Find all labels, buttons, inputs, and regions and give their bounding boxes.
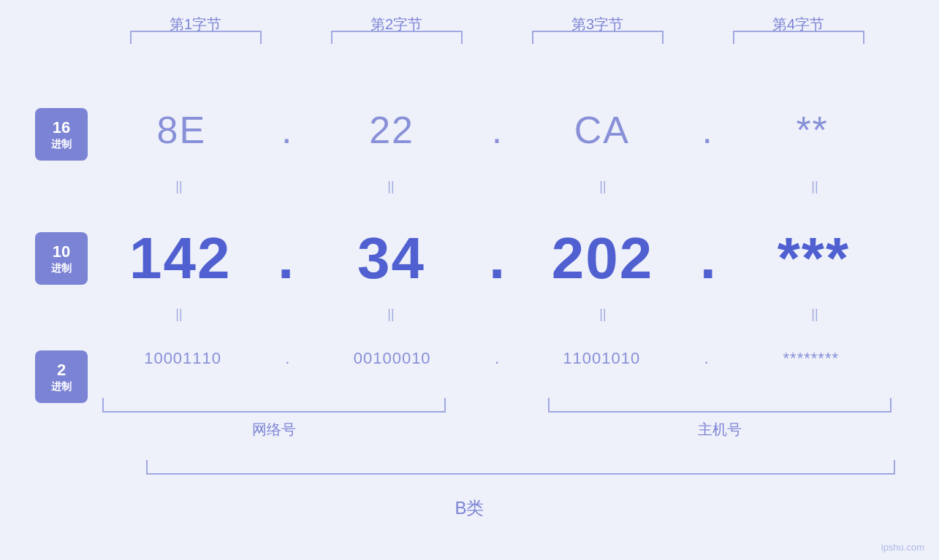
network-label: 网络号 bbox=[102, 420, 446, 440]
eq-row-hex: || || || || bbox=[95, 179, 899, 194]
eq2: || bbox=[318, 179, 464, 194]
bin-dot1: . bbox=[285, 349, 289, 368]
host-bracket bbox=[548, 398, 892, 413]
dec-byte2: 34 bbox=[319, 225, 465, 292]
dec-dot2: . bbox=[489, 225, 505, 292]
dec-dot1: . bbox=[278, 225, 294, 292]
col-header-1: 第1字节 bbox=[123, 15, 269, 34]
class-bracket bbox=[146, 460, 895, 475]
dec-dot3: . bbox=[700, 225, 716, 292]
hex-byte2: 22 bbox=[319, 108, 465, 152]
hex-dot2: . bbox=[492, 108, 502, 152]
dec-byte4: *** bbox=[740, 225, 886, 292]
dec-row: 142 . 34 . 202 . *** bbox=[95, 225, 899, 292]
col-header-2: 第2字节 bbox=[324, 15, 470, 34]
hex-byte3: CA bbox=[529, 108, 675, 152]
hex-badge-num: 16 bbox=[53, 118, 70, 137]
host-label: 主机号 bbox=[548, 420, 892, 440]
eq3: || bbox=[530, 179, 676, 194]
eq5: || bbox=[106, 307, 252, 322]
bin-dot2: . bbox=[495, 349, 499, 368]
bottom-brackets bbox=[95, 398, 899, 413]
bin-dot3: . bbox=[704, 349, 708, 368]
network-bracket bbox=[102, 398, 446, 413]
bin-byte4: ******** bbox=[738, 349, 884, 368]
watermark: ipshu.com bbox=[881, 542, 924, 553]
bin-badge-num: 2 bbox=[57, 361, 66, 380]
col-header-3: 第3字节 bbox=[525, 15, 671, 34]
hex-badge-unit: 进制 bbox=[51, 138, 72, 150]
hex-dot1: . bbox=[281, 108, 292, 152]
eq7: || bbox=[530, 307, 676, 322]
hex-byte1: 8E bbox=[108, 108, 254, 152]
bin-badge: 2 进制 bbox=[35, 350, 88, 403]
eq-row-dec: || || || || bbox=[95, 307, 899, 322]
dec-badge-unit: 进制 bbox=[51, 262, 72, 275]
eq8: || bbox=[742, 307, 888, 322]
bin-byte3: 11001010 bbox=[528, 349, 674, 368]
dec-badge-num: 10 bbox=[53, 242, 70, 261]
bin-row: 10001110 . 00100010 . 11001010 . *******… bbox=[95, 349, 899, 368]
bottom-labels: 网络号 主机号 bbox=[95, 420, 899, 440]
bin-byte2: 00100010 bbox=[319, 349, 465, 368]
class-label: B类 bbox=[0, 496, 939, 520]
eq4: || bbox=[742, 179, 888, 194]
bin-badge-unit: 进制 bbox=[51, 380, 72, 393]
col-header-4: 第4字节 bbox=[726, 15, 872, 34]
eq1: || bbox=[106, 179, 252, 194]
bin-byte1: 10001110 bbox=[110, 349, 256, 368]
dec-byte1: 142 bbox=[107, 225, 254, 292]
column-headers: 第1字节 第2字节 第3字节 第4字节 bbox=[95, 15, 899, 34]
hex-badge: 16 进制 bbox=[35, 108, 88, 161]
dec-badge: 10 进制 bbox=[35, 232, 88, 285]
main-container: 16 进制 10 进制 2 进制 第1字节 第2字节 第3字节 第4字节 8E … bbox=[0, 0, 939, 560]
hex-byte4: ** bbox=[740, 108, 886, 152]
eq6: || bbox=[318, 307, 464, 322]
hex-dot3: . bbox=[702, 108, 712, 152]
hex-row: 8E . 22 . CA . ** bbox=[95, 108, 899, 152]
dec-byte3: 202 bbox=[529, 225, 675, 292]
